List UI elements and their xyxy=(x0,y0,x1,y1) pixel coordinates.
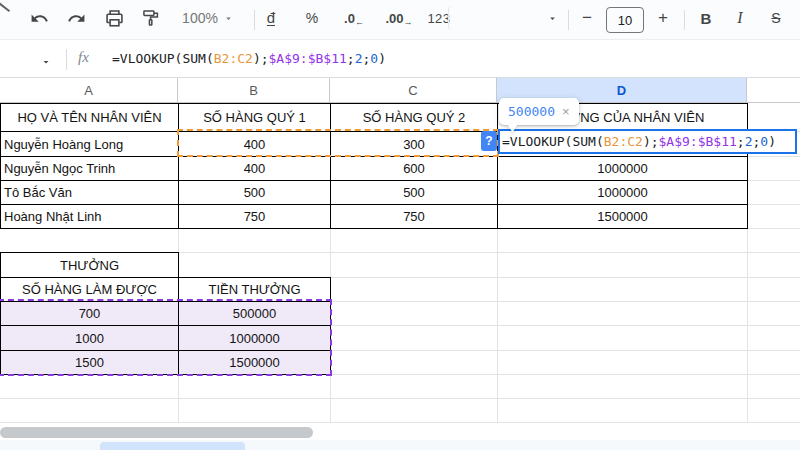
horizontal-scrollbar xyxy=(0,423,800,440)
cell-value: Nguyễn Hoàng Long xyxy=(4,137,123,152)
cell-b11[interactable]: 1500000 xyxy=(179,351,331,375)
cell-c4[interactable]: 500 xyxy=(331,181,498,205)
sheet-grid: A B C D HỌ VÀ TÊN NHÂN VIÊN SỐ HÀNG QUÝ … xyxy=(0,78,800,423)
cell-a8[interactable]: SỐ HÀNG LÀM ĐƯỢC xyxy=(1,278,179,302)
scrollbar-thumb[interactable] xyxy=(0,427,313,438)
cell-b8[interactable]: TIỀN THƯỞNG xyxy=(179,278,331,302)
font-size-value: 10 xyxy=(618,13,632,28)
cell-value: 750 xyxy=(403,209,425,224)
decrease-decimal-button[interactable]: .0← xyxy=(336,4,372,32)
cell-c1[interactable]: SỐ HÀNG QUÝ 2 xyxy=(331,104,498,132)
cell-value: 500 xyxy=(244,185,266,200)
minus-icon: − xyxy=(582,8,592,28)
formula-range-1: B2:C2 xyxy=(604,134,643,149)
formula-text: ); xyxy=(643,134,659,149)
cell-value: 750 xyxy=(244,209,266,224)
cell-b9[interactable]: 500000 xyxy=(179,302,331,326)
cell-value: TIỀN THƯỞNG xyxy=(208,282,300,297)
italic-button[interactable]: I xyxy=(726,4,754,32)
print-button[interactable] xyxy=(98,4,130,32)
cell-value: 1000000 xyxy=(597,161,648,176)
formula-text: ) xyxy=(378,51,386,66)
formula-range-2: $A$9:$B$11 xyxy=(659,134,737,149)
cell-c5[interactable]: 750 xyxy=(331,205,498,229)
cell-a4[interactable]: Tô Bắc Văn xyxy=(1,181,179,205)
cell-value: 1500 xyxy=(75,355,104,370)
strikethrough-button[interactable]: S xyxy=(762,4,790,32)
bold-button[interactable]: B xyxy=(692,4,720,32)
formula-text: ); xyxy=(253,51,269,66)
cell-a11[interactable]: 1500 xyxy=(1,351,179,375)
column-letter: C xyxy=(408,83,417,98)
cell-value: Nguyễn Ngọc Trinh xyxy=(4,161,115,176)
cell-value: 600 xyxy=(403,161,425,176)
toolbar: 100% đ % .0← .00→ 123 − 10 + xyxy=(0,0,800,40)
chevron-down-icon xyxy=(223,13,234,24)
font-size-input[interactable]: 10 xyxy=(606,7,644,33)
formula-range-2: $A$9:$B$11 xyxy=(269,51,347,66)
increase-font-size-button[interactable]: + xyxy=(650,4,676,32)
cell-b5[interactable]: 750 xyxy=(179,205,331,229)
column-header-b[interactable]: B xyxy=(178,78,330,103)
active-cell-editor-d2[interactable]: =VLOOKUP(SUM(B2:C2);$A$9:$B$11;2;0) xyxy=(498,129,797,154)
cell-value: 1500000 xyxy=(597,209,648,224)
formula-help-badge[interactable]: ? xyxy=(481,131,497,151)
column-header-a[interactable]: A xyxy=(0,78,178,103)
question-mark-icon: ? xyxy=(485,134,492,148)
percent-format-button[interactable]: % xyxy=(298,4,326,32)
cell-b2[interactable]: 400 xyxy=(179,132,331,157)
decrease-decimal-label: .0 xyxy=(344,11,355,26)
formula-range-1: B2:C2 xyxy=(214,51,253,66)
print-icon xyxy=(104,8,125,29)
cell-value: 500 xyxy=(403,185,425,200)
tooltip-value: 500000 xyxy=(508,104,555,119)
cell-value: 300 xyxy=(403,137,425,152)
increase-decimal-label: .00 xyxy=(385,11,403,26)
cell-d3[interactable]: 1000000 xyxy=(498,157,748,181)
cell-d4[interactable]: 1000000 xyxy=(498,181,748,205)
gridline-horizontal xyxy=(0,398,800,399)
cell-c2[interactable]: 300 xyxy=(331,132,498,157)
cell-c3[interactable]: 600 xyxy=(331,157,498,181)
toolbar-divider xyxy=(254,10,255,30)
redo-button[interactable] xyxy=(61,4,91,32)
bonus-table-title-cell[interactable]: THƯỞNG xyxy=(0,252,179,278)
active-sheet-tab[interactable] xyxy=(100,442,245,450)
cell-a5[interactable]: Hoàng Nhật Linh xyxy=(1,205,179,229)
increase-decimal-button[interactable]: .00→ xyxy=(378,4,420,32)
close-icon[interactable]: × xyxy=(562,104,570,119)
cell-a9[interactable]: 700 xyxy=(1,302,179,326)
paint-format-button[interactable] xyxy=(136,4,166,32)
cell-formula: =VLOOKUP(SUM(B2:C2);$A$9:$B$11;2;0) xyxy=(500,134,776,149)
gridline-horizontal xyxy=(0,422,800,423)
italic-icon: I xyxy=(737,9,742,27)
currency-format-button[interactable]: đ xyxy=(258,4,284,32)
undo-button[interactable] xyxy=(24,4,54,32)
name-box-dropdown[interactable] xyxy=(40,54,52,72)
cell-b10[interactable]: 1000000 xyxy=(179,326,331,351)
undo-icon xyxy=(30,9,49,28)
cell-value: 500000 xyxy=(233,306,276,321)
formula-input[interactable]: =VLOOKUP(SUM(B2:C2);$A$9:$B$11;2;0) xyxy=(112,51,386,66)
cell-b4[interactable]: 500 xyxy=(179,181,331,205)
zoom-control[interactable]: 100% xyxy=(170,4,246,32)
column-header-c[interactable]: C xyxy=(330,78,497,103)
formula-result-tooltip: 500000 × xyxy=(499,98,579,125)
toolbar-divider xyxy=(684,10,685,30)
cell-a2[interactable]: Nguyễn Hoàng Long xyxy=(1,132,179,157)
decrease-font-size-button[interactable]: − xyxy=(574,4,600,32)
font-family-dropdown[interactable] xyxy=(448,6,558,30)
cell-value: 700 xyxy=(79,306,101,321)
cell-a1[interactable]: HỌ VÀ TÊN NHÂN VIÊN xyxy=(1,104,179,132)
cell-a10[interactable]: 1000 xyxy=(1,326,179,351)
cell-d5[interactable]: 1500000 xyxy=(498,205,748,229)
column-header-e[interactable] xyxy=(747,78,800,103)
formula-text: =VLOOKUP(SUM( xyxy=(112,51,214,66)
bonus-table: SỐ HÀNG LÀM ĐƯỢC TIỀN THƯỞNG 700 500000 … xyxy=(0,277,331,375)
cell-value: 1000000 xyxy=(229,331,280,346)
cell-b1[interactable]: SỐ HÀNG QUÝ 1 xyxy=(179,104,331,132)
fx-icon: fx xyxy=(78,49,89,66)
cell-b3[interactable]: 400 xyxy=(179,157,331,181)
chevron-down-icon xyxy=(547,13,558,24)
cell-a3[interactable]: Nguyễn Ngọc Trinh xyxy=(1,157,179,181)
